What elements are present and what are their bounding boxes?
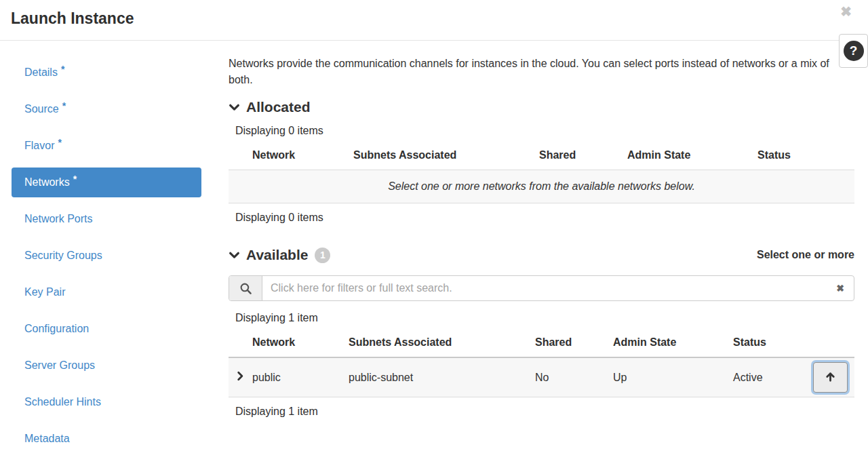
sidebar-item-details[interactable]: Details * <box>12 58 201 87</box>
allocated-header-row: Network Subnets Associated Shared Admin … <box>229 144 854 170</box>
required-star: * <box>62 100 66 111</box>
help-button[interactable]: ? <box>839 34 868 68</box>
question-icon: ? <box>844 41 864 61</box>
required-star: * <box>73 174 77 184</box>
sidebar-item-networks[interactable]: Networks * <box>12 168 201 197</box>
col-shared: Shared <box>535 331 613 357</box>
clear-search-icon[interactable]: ✖ <box>827 276 854 300</box>
table-row: public public-subnet No Up Active <box>229 357 854 397</box>
arrow-up-icon <box>825 371 836 385</box>
sidebar-item-label: Networks <box>24 176 70 189</box>
sidebar-item-metadata[interactable]: Metadata <box>12 424 201 454</box>
search-input[interactable] <box>262 276 827 300</box>
sidebar-item-label: Key Pair <box>24 286 65 298</box>
chevron-down-icon[interactable] <box>229 250 240 261</box>
allocated-count-top: Displaying 0 items <box>235 125 854 137</box>
col-shared: Shared <box>539 144 627 170</box>
sidebar-item-label: Configuration <box>24 323 89 335</box>
allocated-section-header: Allocated <box>229 99 854 115</box>
spacer-column <box>229 144 252 170</box>
wizard-nav: Details * Source * Flavor * Networks * N… <box>0 41 217 460</box>
col-admin-state: Admin State <box>627 144 757 170</box>
allocated-table: Network Subnets Associated Shared Admin … <box>229 144 854 203</box>
available-section-header: Available 1 Select one or more <box>229 247 854 263</box>
sidebar-item-scheduler-hints[interactable]: Scheduler Hints <box>12 387 201 417</box>
step-description: Networks provide the communication chann… <box>229 56 854 88</box>
allocate-cell <box>811 357 854 397</box>
sidebar-item-label: Scheduler Hints <box>24 396 101 408</box>
close-icon[interactable]: ✖ <box>840 3 852 20</box>
col-subnets-associated: Subnets Associated <box>349 331 535 357</box>
sidebar-item-label: Details <box>24 66 58 79</box>
sidebar-item-server-groups[interactable]: Server Groups <box>12 351 201 380</box>
sidebar-item-key-pair[interactable]: Key Pair <box>12 277 201 307</box>
cell-subnets-associated: public-subnet <box>349 357 535 397</box>
spacer-column <box>229 331 252 357</box>
chevron-right-icon <box>235 372 245 383</box>
col-subnets-associated: Subnets Associated <box>353 144 539 170</box>
col-status: Status <box>757 144 854 170</box>
sidebar-item-label: Security Groups <box>24 250 102 262</box>
required-star: * <box>58 137 61 148</box>
search-icon <box>229 276 262 300</box>
spacer-column <box>811 331 854 357</box>
expand-row-control[interactable] <box>229 357 252 397</box>
dialog-header: Launch Instance <box>0 0 868 41</box>
required-star: * <box>61 64 64 75</box>
sidebar-item-label: Network Ports <box>24 213 92 225</box>
sidebar-item-label: Server Groups <box>24 359 95 372</box>
cell-network: public <box>252 357 349 397</box>
available-count-top: Displaying 1 item <box>235 312 854 324</box>
dialog-title: Launch Instance <box>11 9 134 27</box>
cell-status: Active <box>733 357 811 397</box>
col-network: Network <box>252 331 349 357</box>
available-header-row: Network Subnets Associated Shared Admin … <box>229 331 854 357</box>
sidebar-item-label: Flavor <box>24 140 54 152</box>
select-hint: Select one or more <box>757 249 854 261</box>
chevron-down-icon[interactable] <box>229 102 240 113</box>
sidebar-item-source[interactable]: Source * <box>12 94 201 124</box>
allocate-network-button[interactable] <box>813 362 848 393</box>
sidebar-item-security-groups[interactable]: Security Groups <box>12 241 201 271</box>
empty-row: Select one or more networks from the ava… <box>229 170 854 203</box>
networks-step-panel: Networks provide the communication chann… <box>217 41 868 460</box>
col-network: Network <box>252 144 353 170</box>
available-count-bottom: Displaying 1 item <box>235 406 854 418</box>
col-status: Status <box>733 331 811 357</box>
sidebar-item-label: Metadata <box>24 433 70 445</box>
sidebar-item-label: Source <box>24 103 59 115</box>
cell-shared: No <box>535 357 613 397</box>
empty-message: Select one or more networks from the ava… <box>229 170 854 203</box>
available-count-badge: 1 <box>315 248 330 263</box>
allocated-count-bottom: Displaying 0 items <box>235 212 854 224</box>
available-heading: Available <box>246 247 308 263</box>
available-table: Network Subnets Associated Shared Admin … <box>229 331 854 397</box>
sidebar-item-flavor[interactable]: Flavor * <box>12 131 201 161</box>
col-admin-state: Admin State <box>613 331 733 357</box>
filter-search-bar: ✖ <box>229 275 854 301</box>
cell-admin-state: Up <box>613 357 733 397</box>
sidebar-item-configuration[interactable]: Configuration <box>12 314 201 344</box>
allocated-heading: Allocated <box>246 99 311 115</box>
sidebar-item-network-ports[interactable]: Network Ports <box>12 204 201 234</box>
